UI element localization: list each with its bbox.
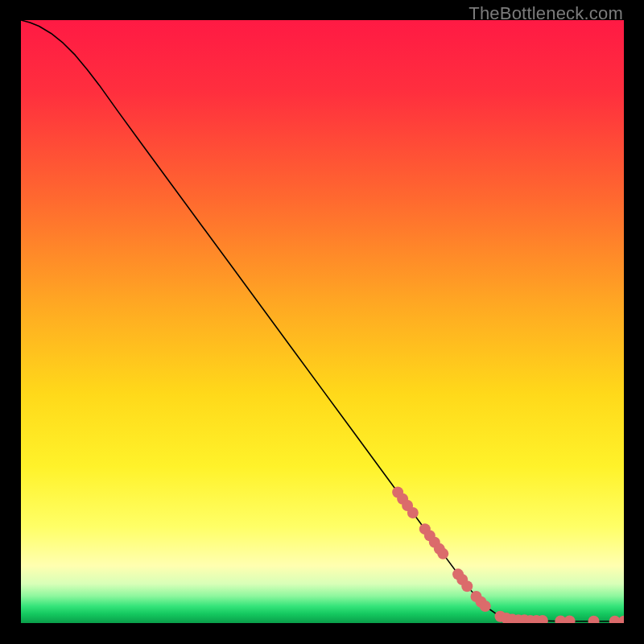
data-marker — [407, 507, 419, 518]
plot-area — [21, 20, 624, 623]
data-marker — [437, 548, 448, 559]
chart-stage: TheBottleneck.com — [0, 0, 644, 644]
data-marker — [461, 580, 473, 592]
data-marker — [480, 601, 491, 612]
gradient-background — [21, 20, 624, 623]
chart-svg — [21, 20, 624, 623]
